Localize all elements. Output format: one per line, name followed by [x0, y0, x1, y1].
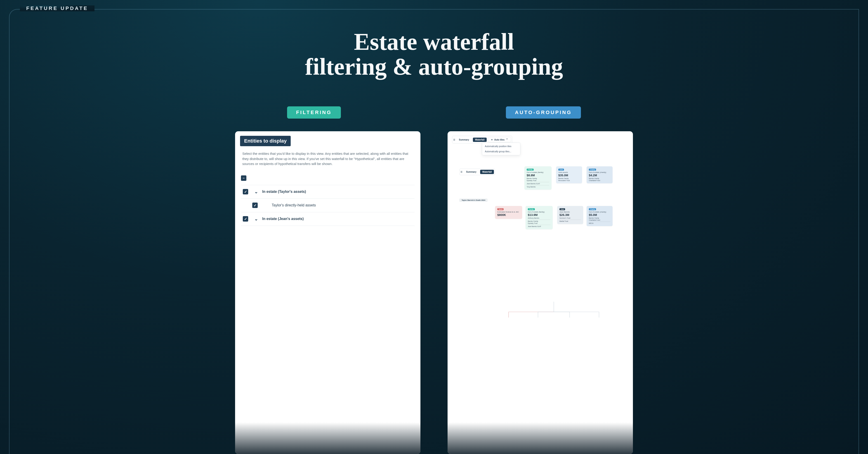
- chevron-down-icon[interactable]: [254, 189, 258, 194]
- tile-tag: Charity: [589, 208, 596, 210]
- entities-row-root[interactable]: [241, 172, 414, 185]
- tile-tag: Charity: [589, 169, 596, 171]
- auto-tiles-button[interactable]: ✦ Auto tiles: [488, 137, 511, 142]
- entities-row-jean-group[interactable]: In estate (Jean's assets): [241, 212, 414, 226]
- checkbox-indeterminate-icon[interactable]: [241, 175, 246, 181]
- tile-tag: Joint: [558, 169, 564, 171]
- hero-title: Estate waterfall filtering & auto-groupi…: [0, 29, 868, 80]
- chevron-up-icon: [506, 138, 508, 141]
- tile-top-joint[interactable]: Joint Joint assets $35.0M Barreto Family…: [556, 166, 582, 183]
- menu-item-group-tiles[interactable]: Automatically group tiles...: [482, 149, 520, 154]
- tile-tag: Family: [528, 208, 535, 210]
- checkbox-checked-icon[interactable]: [252, 203, 258, 208]
- entities-row-taylor-group[interactable]: In estate (Taylor's assets): [241, 185, 414, 199]
- tab-waterfall-2[interactable]: Waterfall: [480, 170, 494, 174]
- panel-filtering: Entities to display Select the entities …: [235, 131, 421, 454]
- entities-description: Select the entities that you'd like to d…: [242, 151, 413, 167]
- tile-bottom-tax[interactable]: Taxes Estimated federal & st. AIC $800K: [495, 206, 522, 219]
- sparkle-icon: ✦: [491, 139, 493, 141]
- list-icon: ☰: [453, 139, 455, 141]
- tile-tag: Jean: [559, 208, 565, 210]
- tile-top-charity[interactable]: Charity Out of estate (charity) $4.2M Ba…: [587, 166, 613, 183]
- chip-filtering: FILTERING: [287, 106, 341, 119]
- checkbox-checked-icon[interactable]: [243, 189, 248, 194]
- auto-tiles-label: Auto tiles: [494, 139, 504, 141]
- feature-update-badge: FEATURE UPDATE: [20, 5, 94, 11]
- chevron-down-icon[interactable]: [254, 216, 258, 222]
- auto-tiles-menu: Automatically position tiles Automatical…: [482, 143, 520, 155]
- entities-to-display-title: Entities to display: [240, 136, 291, 146]
- death-event-pill: Taylor Barreto's Death 2024: [459, 198, 488, 202]
- tab-summary[interactable]: Summary: [457, 138, 471, 142]
- chip-autogrouping: AUTO-GROUPING: [506, 106, 581, 119]
- menu-item-position-tiles[interactable]: Automatically position tiles: [482, 144, 520, 149]
- top-toolbar-1: ☰ Summary Waterfall ✦ Auto tiles: [452, 136, 512, 143]
- tab-waterfall[interactable]: Waterfall: [473, 138, 487, 142]
- panel-autogrouping: ☰ Summary Waterfall ✦ Auto tiles Automat…: [447, 131, 633, 454]
- tile-bottom-jean[interactable]: Jean Jean Barreto $26.3M Survivor's Trus…: [557, 206, 583, 224]
- tile-tag: Family: [527, 169, 534, 171]
- tile-top-family[interactable]: Family Out of estate (family) $8.8M Barr…: [524, 166, 552, 190]
- list-icon: ☰: [460, 171, 463, 173]
- tile-bottom-family[interactable]: Family Out of estate (family) $13.9M Ant…: [526, 206, 553, 229]
- tile-tag: Taxes: [497, 208, 504, 210]
- row-label: In estate (Taylor's assets): [262, 190, 306, 194]
- row-label: Taylor's directly-held assets: [272, 203, 316, 207]
- entities-row-taylor-direct[interactable]: Taylor's directly-held assets: [241, 199, 414, 212]
- top-toolbar-2: ☰ Summary Waterfall: [459, 169, 495, 175]
- hero-line-1: Estate waterfall: [0, 29, 868, 54]
- checkbox-checked-icon[interactable]: [243, 216, 248, 222]
- tile-subtitle: Out of estate (family): [527, 171, 549, 173]
- tab-summary-2[interactable]: Summary: [464, 170, 479, 174]
- tile-bottom-charity[interactable]: Charity Out of estate (charity) $5.0M Ba…: [587, 206, 613, 226]
- row-label: In estate (Jean's assets): [262, 217, 304, 221]
- tile-value: $8.8M: [527, 174, 549, 177]
- hero-line-2: filtering & auto-grouping: [0, 54, 868, 79]
